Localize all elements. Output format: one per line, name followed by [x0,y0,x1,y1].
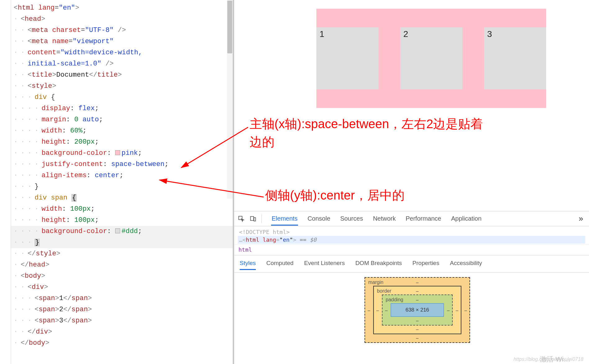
activate-windows-text: 激活 Wi… [540,355,570,364]
devtools-subtab-event-listeners[interactable]: Event Listeners [304,258,345,270]
code-editor[interactable]: <html lang="en">· <head>· · <meta charse… [0,0,233,364]
annotation-main-axis: 主轴(x轴):space-between，左右2边是贴着边的 [250,115,492,151]
flex-container: 1 2 3 [316,9,546,108]
styles-pane[interactable]: margin – – – border – – – padding – [234,273,589,364]
page-preview: 1 2 3 主轴(x轴):space-between，左右2边是贴着边的 侧轴(… [234,0,589,211]
toolbar-separator [261,214,262,223]
inspect-element-icon[interactable] [237,214,246,223]
devtools-toolbar: ElementsConsoleSourcesNetworkPerformance… [234,211,589,226]
devtools-overflow-icon[interactable]: » [575,214,587,223]
box-model-border[interactable]: border – – – padding – – – 638 × 216 – [373,286,461,334]
editor-scrollbar[interactable] [227,0,233,199]
box-model-margin[interactable]: margin – – – border – – – padding – [365,277,470,343]
devtools-panel: ElementsConsoleSourcesNetworkPerformance… [234,211,589,364]
annotation-cross-axis: 侧轴(y轴):center，居中的 [265,186,507,204]
svg-rect-3 [251,216,254,220]
device-toggle-icon[interactable] [248,214,258,223]
devtools-tab-network[interactable]: Network [372,212,396,226]
box-model[interactable]: margin – – – border – – – padding – [365,277,470,343]
crumb-html[interactable]: html [238,246,252,253]
devtools-tab-sources[interactable]: Sources [340,212,364,226]
devtools-subtab-properties[interactable]: Properties [412,258,439,270]
dom-doctype[interactable]: <!DOCTYPE html> [238,228,585,236]
dom-breadcrumbs[interactable]: html [234,244,589,255]
dom-tree[interactable]: <!DOCTYPE html> …<html lang="en"> == $0 [234,226,589,244]
devtools-tab-elements[interactable]: Elements [271,212,298,226]
devtools-subtab-styles[interactable]: Styles [240,258,256,270]
flex-item-1: 1 [316,27,378,89]
flex-item-2: 2 [400,27,462,89]
devtools-subtab-dom-breakpoints[interactable]: DOM Breakpoints [355,258,402,270]
dom-html-line[interactable]: …<html lang="en"> == $0 [238,236,585,244]
devtools-subtab-accessibility[interactable]: Accessibility [450,258,482,270]
editor-scroll-thumb[interactable] [227,1,232,53]
code-area[interactable]: <html lang="en">· <head>· · <meta charse… [11,0,233,351]
devtools-tab-application[interactable]: Application [451,212,482,226]
devtools-subtabs: StylesComputedEvent ListenersDOM Breakpo… [234,255,589,273]
svg-rect-4 [254,218,256,221]
devtools-tab-console[interactable]: Console [307,212,331,226]
box-model-content[interactable]: 638 × 216 [391,303,444,317]
box-model-padding[interactable]: padding – – – 638 × 216 – [382,294,453,326]
devtools-subtab-computed[interactable]: Computed [266,258,294,270]
dom-ellipsis: … [239,236,242,243]
devtools-tab-performance[interactable]: Performance [405,212,442,226]
devtools-tabs: ElementsConsoleSourcesNetworkPerformance… [271,212,482,226]
flex-item-3: 3 [484,27,546,89]
editor-gutter [0,0,11,364]
browser-column: 1 2 3 主轴(x轴):space-between，左右2边是贴着边的 侧轴(… [233,0,589,364]
